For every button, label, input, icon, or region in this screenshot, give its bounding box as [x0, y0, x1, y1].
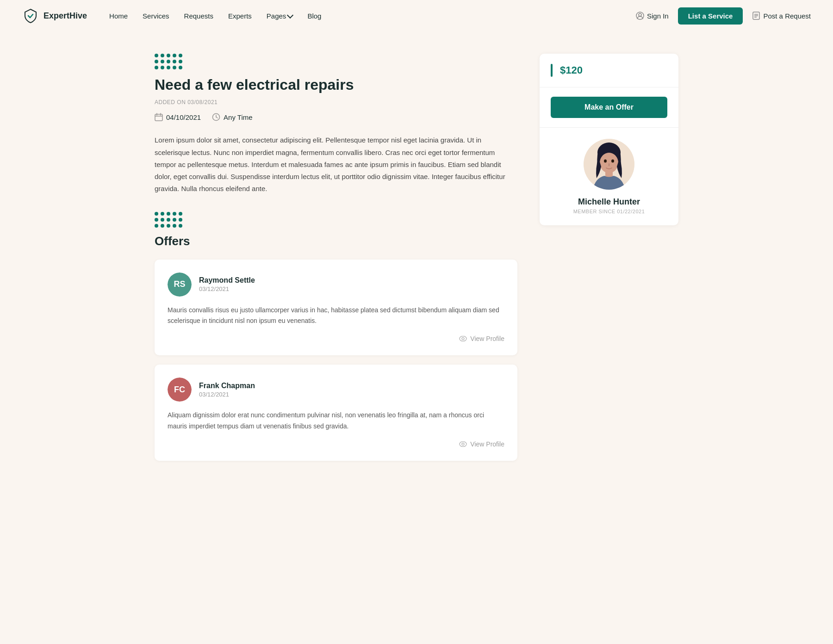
listing-title: Need a few electrical repairs [155, 76, 517, 93]
svg-line-13 [216, 117, 218, 118]
nav-requests[interactable]: Requests [184, 12, 213, 20]
listing-time: Any Time [212, 113, 253, 121]
post-request-button[interactable]: Post a Request [752, 12, 811, 20]
added-date: ADDED ON 03/08/2021 [155, 99, 517, 105]
listing-date: 04/10/2021 [155, 113, 201, 121]
svg-point-16 [460, 441, 466, 446]
view-profile-link-2[interactable]: View Profile [459, 440, 504, 448]
nav-home[interactable]: Home [109, 12, 128, 20]
poster-avatar [584, 139, 634, 190]
svg-point-15 [462, 338, 464, 340]
avatar-initials-1: RS [168, 272, 192, 297]
page-content: Need a few electrical repairs ADDED ON 0… [143, 31, 690, 492]
offers-section: Offers RS Raymond Settle 03/12/2021 Maur… [155, 212, 517, 461]
offer-date-1: 03/12/2021 [199, 285, 255, 292]
brand-name: ExpertHive [44, 11, 87, 21]
listing-description: Lorem ipsum dolor sit amet, consectetur … [155, 134, 517, 195]
poster-name: Michelle Hunter [578, 197, 640, 207]
eye-icon-1 [459, 336, 467, 341]
offers-title: Offers [155, 234, 517, 248]
svg-point-17 [462, 443, 464, 445]
nav-links: Home Services Requests Experts Pages Blo… [109, 12, 636, 20]
offer-header-2: FC Frank Chapman 03/12/2021 [168, 378, 504, 402]
price-value: $120 [560, 64, 583, 76]
offer-text-2: Aliquam dignissim dolor erat nunc condim… [168, 410, 504, 432]
poster-avatar-image [584, 139, 634, 190]
make-offer-button[interactable]: Make an Offer [551, 97, 667, 118]
svg-point-21 [604, 160, 607, 163]
dot-grid-decoration [155, 54, 517, 69]
navbar: ExpertHive Home Services Requests Expert… [0, 0, 833, 31]
offer-footer-2: View Profile [168, 440, 504, 448]
price-section: $120 [540, 54, 678, 87]
brand-logo[interactable]: ExpertHive [22, 7, 87, 24]
svg-point-20 [600, 153, 618, 173]
chevron-down-icon [287, 12, 293, 18]
main-column: Need a few electrical repairs ADDED ON 0… [155, 54, 517, 470]
offer-text-1: Mauris convallis risus eu justo ullamcor… [168, 305, 504, 327]
calendar-icon [155, 113, 163, 121]
offer-header-1: RS Raymond Settle 03/12/2021 [168, 272, 504, 297]
sidebar-card: $120 Make an Offer [540, 54, 678, 225]
eye-icon-2 [459, 441, 467, 447]
svg-rect-7 [155, 114, 162, 121]
offer-meta-2: Frank Chapman 03/12/2021 [199, 382, 255, 398]
offer-card-1: RS Raymond Settle 03/12/2021 Mauris conv… [155, 260, 517, 356]
svg-point-14 [460, 336, 466, 341]
signin-icon [636, 12, 644, 20]
poster-since: MEMBER SINCE 01/22/2021 [573, 209, 645, 214]
nav-experts[interactable]: Experts [228, 12, 252, 20]
sidebar: $120 Make an Offer [540, 54, 678, 225]
offer-name-1: Raymond Settle [199, 276, 255, 285]
dot-grid-decoration-2 [155, 212, 517, 228]
nav-services[interactable]: Services [143, 12, 169, 20]
offer-avatar-2: FC [168, 378, 192, 402]
navbar-actions: Sign In List a Service Post a Request [636, 7, 811, 25]
offer-date-2: 03/12/2021 [199, 391, 255, 398]
offer-footer-1: View Profile [168, 335, 504, 342]
view-profile-link-1[interactable]: View Profile [459, 335, 504, 342]
offer-name-2: Frank Chapman [199, 382, 255, 390]
price-bar-decoration [551, 64, 553, 77]
listing-meta: 04/10/2021 Any Time [155, 113, 517, 121]
offer-avatar-1: RS [168, 272, 192, 297]
clock-icon [212, 113, 220, 121]
post-request-icon [752, 12, 760, 20]
offer-card-2: FC Frank Chapman 03/12/2021 Aliquam dign… [155, 365, 517, 461]
signin-link[interactable]: Sign In [636, 12, 669, 20]
nav-pages[interactable]: Pages [267, 12, 293, 20]
avatar-initials-2: FC [168, 378, 192, 402]
list-service-button[interactable]: List a Service [678, 7, 743, 25]
offer-meta-1: Raymond Settle 03/12/2021 [199, 276, 255, 292]
svg-point-2 [639, 13, 641, 16]
svg-point-22 [611, 160, 614, 163]
logo-icon [22, 7, 39, 24]
nav-blog[interactable]: Blog [307, 12, 321, 20]
poster-section: Michelle Hunter MEMBER SINCE 01/22/2021 [540, 127, 678, 225]
